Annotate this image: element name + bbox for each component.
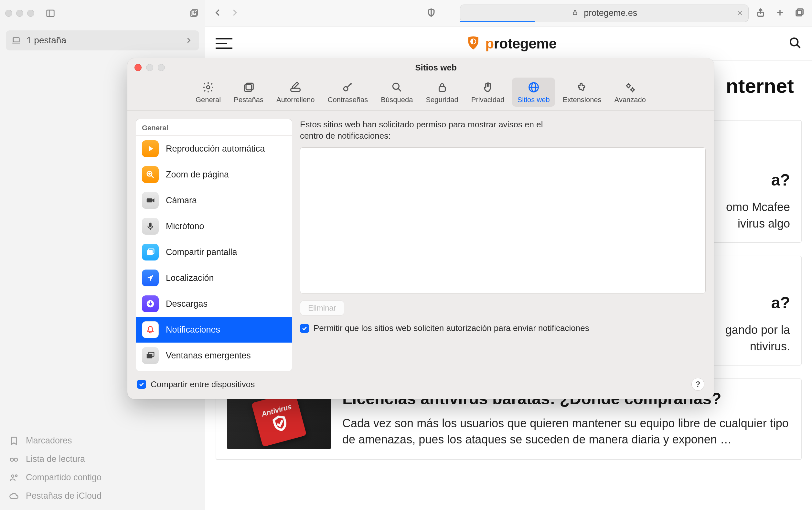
pref-tab-privacy[interactable]: Privacidad (466, 78, 510, 107)
sheet-zoom (158, 64, 165, 71)
stop-reload-icon[interactable]: ✕ (737, 9, 743, 18)
preferences-body: General Reproducción automática Zoom de … (127, 111, 714, 378)
preferences-sheet: Sitios web General Pestañas Autorrelleno… (127, 58, 714, 399)
side-item-location[interactable]: Localización (136, 265, 292, 291)
sidebar-toggle-icon[interactable] (45, 7, 56, 19)
pref-tab-label: Privacidad (471, 96, 504, 104)
pref-tab-label: Sitios web (517, 96, 550, 104)
download-icon (142, 295, 159, 312)
svg-point-26 (344, 87, 348, 91)
pref-tab-label: Pestañas (234, 96, 263, 104)
side-item-notifications[interactable]: Notificaciones (136, 317, 292, 342)
side-item-camera[interactable]: Cámara (136, 187, 292, 213)
lock-icon (436, 81, 449, 94)
pref-tab-passwords[interactable]: Contraseñas (323, 78, 373, 107)
globe-icon (527, 81, 540, 94)
glasses-icon (9, 454, 19, 464)
address-host: protegeme.es (584, 8, 637, 18)
side-item-label: Compartir pantalla (166, 247, 237, 257)
side-item-autoplay[interactable]: Reproducción automática (136, 136, 292, 161)
screens-icon (142, 244, 159, 261)
side-item-label: Notificaciones (166, 325, 220, 335)
sidebar-item-sharedwithyou[interactable]: Compartido contigo (9, 473, 196, 483)
pref-tab-label: Seguridad (426, 96, 458, 104)
checkbox-checked-icon[interactable] (300, 324, 309, 333)
pref-tab-label: Autorrelleno (277, 96, 315, 104)
pref-tab-general[interactable]: General (191, 78, 226, 107)
brand-text: rotegeme (494, 35, 557, 52)
allow-label: Permitir que los sitios web soliciten au… (314, 323, 589, 333)
card-title-fragment: a? (725, 294, 790, 312)
address-bar[interactable]: protegeme.es ✕ (460, 4, 749, 22)
hamburger-menu-icon[interactable] (215, 38, 232, 49)
allow-notifications-row[interactable]: Permitir que los sitios web soliciten au… (300, 323, 706, 333)
svg-line-28 (398, 89, 401, 91)
sheet-close[interactable] (135, 64, 142, 71)
svg-point-22 (207, 86, 210, 89)
preferences-toolbar: General Pestañas Autorrelleno Contraseña… (127, 77, 714, 111)
share-button[interactable] (756, 8, 765, 19)
tabs-icon (242, 81, 255, 94)
pref-tab-extensions[interactable]: Extensiones (558, 78, 607, 107)
pref-tab-advanced[interactable]: Avanzado (609, 78, 651, 107)
sidebar-item-icloudtabs[interactable]: Pestañas de iCloud (9, 491, 196, 501)
forward-button[interactable] (230, 8, 239, 19)
sheet-minimize (146, 64, 153, 71)
window-controls-bar (0, 0, 205, 27)
help-button[interactable]: ? (691, 378, 704, 391)
side-item-screenshare[interactable]: Compartir pantalla (136, 239, 292, 265)
remove-button[interactable]: Eliminar (300, 301, 344, 316)
traffic-close[interactable] (5, 10, 12, 17)
back-button[interactable] (213, 8, 223, 19)
pref-tab-label: Búsqueda (381, 96, 413, 104)
gears-icon (624, 81, 636, 94)
pref-tab-tabs[interactable]: Pestañas (229, 78, 269, 107)
side-item-label: Descargas (166, 299, 207, 309)
brand-logo[interactable]: protegeme (465, 35, 556, 52)
svg-rect-6 (13, 38, 20, 42)
tab-group-row[interactable]: 1 pestaña (6, 30, 199, 51)
lock-icon (572, 8, 579, 18)
side-item-popups[interactable]: Ventanas emergentes (136, 342, 292, 368)
side-item-downloads[interactable]: Descargas (136, 291, 292, 317)
pref-tab-autofill[interactable]: Autorrelleno (271, 78, 320, 107)
new-tabgroup-icon[interactable] (188, 7, 200, 19)
svg-marker-41 (152, 199, 154, 203)
privacy-shield-icon[interactable] (426, 8, 436, 19)
pref-tab-websites[interactable]: Sitios web (512, 78, 555, 107)
side-item-zoom[interactable]: Zoom de página (136, 161, 292, 187)
location-arrow-icon (142, 270, 159, 287)
sidebar-item-label: Marcadores (26, 436, 72, 446)
sidebar-item-readinglist[interactable]: Lista de lectura (9, 454, 196, 464)
cloud-icon (9, 491, 19, 501)
svg-point-9 (14, 458, 18, 461)
card-desc-fragment: ntivirus. (725, 338, 790, 355)
checkbox-checked-icon[interactable] (137, 380, 146, 389)
side-item-microphone[interactable]: Micrófono (136, 213, 292, 239)
browser-toolbar: protegeme.es ✕ (205, 0, 812, 27)
site-search-button[interactable] (789, 36, 802, 51)
card-title-fragment: a? (726, 171, 790, 189)
svg-line-37 (151, 176, 154, 178)
hand-icon (481, 81, 494, 94)
gear-icon (202, 81, 215, 94)
svg-marker-45 (147, 275, 153, 281)
pref-tab-security[interactable]: Seguridad (420, 78, 463, 107)
pane-description: Estos sitios web han solicitado permiso … (300, 119, 565, 142)
new-tab-button[interactable] (775, 8, 785, 19)
preferences-footer: Compartir entre dispositivos ? (127, 378, 714, 399)
sidebar-item-bookmarks[interactable]: Marcadores (9, 436, 196, 446)
traffic-minimize[interactable] (16, 10, 23, 17)
brand-mark-icon (465, 35, 482, 52)
traffic-zoom[interactable] (27, 10, 34, 17)
side-item-label: Cámara (166, 196, 197, 206)
pref-tab-search[interactable]: Búsqueda (376, 78, 418, 107)
sidebar-bottom-links: Marcadores Lista de lectura Compartido c… (0, 432, 205, 510)
card-desc-fragment: gando por la (725, 322, 790, 338)
preferences-main-pane: Estos sitios web han solicitado permiso … (300, 119, 706, 371)
puzzle-icon (576, 81, 589, 94)
svg-point-33 (627, 84, 630, 88)
site-permissions-list[interactable] (300, 147, 706, 294)
sheet-title: Sitios web (415, 63, 457, 73)
tab-overview-button[interactable] (794, 8, 804, 19)
